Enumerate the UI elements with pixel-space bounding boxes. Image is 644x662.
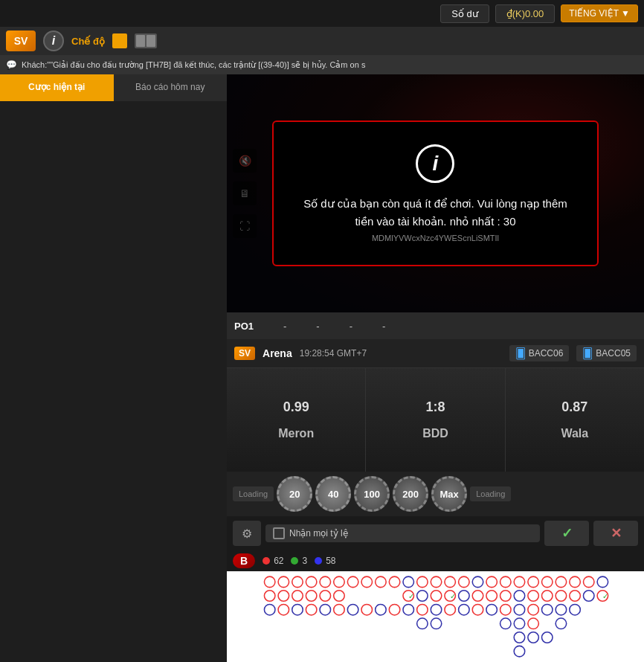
bacc05-badge[interactable]: 🂠 BACC05 bbox=[576, 345, 637, 361]
svg-point-23 bbox=[583, 576, 594, 588]
language-button[interactable]: TIẾNG VIỆT ▼ bbox=[561, 4, 638, 22]
score-header: B 62 3 58 bbox=[227, 550, 644, 571]
svg-point-38 bbox=[472, 591, 483, 602]
chip-100[interactable]: 100 bbox=[354, 476, 390, 512]
po-val-3: - bbox=[350, 321, 352, 332]
loading-badge-right: Loading bbox=[470, 486, 511, 501]
score-grid: .cr { fill: none; stroke: #e33; stroke-w… bbox=[227, 571, 644, 662]
modal-icon: i bbox=[416, 144, 454, 183]
svg-point-81 bbox=[514, 646, 525, 657]
svg-point-34 bbox=[431, 591, 442, 602]
svg-point-70 bbox=[556, 604, 567, 615]
chip-200[interactable]: 200 bbox=[393, 476, 428, 512]
svg-point-21 bbox=[556, 576, 567, 588]
bet-col-meron[interactable]: 0.99 Meron bbox=[227, 368, 366, 472]
svg-point-58 bbox=[389, 604, 400, 615]
svg-point-19 bbox=[528, 576, 539, 588]
svg-point-2 bbox=[292, 576, 303, 588]
loading-badge-left: Loading bbox=[233, 486, 274, 501]
bdd-name: BDD bbox=[422, 427, 448, 440]
svg-point-1 bbox=[278, 576, 289, 588]
tab-current-bets[interactable]: Cược hiện tại bbox=[0, 74, 114, 101]
arena-bar: SV Arena 19:28:54 GMT+7 🂠 BACC06 🂠 BACC0… bbox=[227, 339, 644, 367]
score-stat-blue: 58 bbox=[315, 556, 335, 566]
balance-button[interactable]: Số dư bbox=[440, 4, 489, 23]
svg-point-52 bbox=[306, 604, 317, 615]
svg-point-6 bbox=[347, 576, 358, 588]
mode-double-button[interactable] bbox=[135, 33, 157, 48]
dot-blue bbox=[315, 557, 322, 565]
svg-point-75 bbox=[514, 618, 525, 629]
bacc05-label: BACC05 bbox=[596, 348, 631, 359]
balance-amount: ₫(K)0.00 bbox=[495, 4, 556, 23]
svg-point-44 bbox=[556, 591, 567, 602]
svg-point-26 bbox=[278, 591, 289, 602]
svg-point-8 bbox=[376, 576, 387, 588]
cancel-button[interactable]: ✕ bbox=[593, 521, 638, 546]
score-stat-green: 3 bbox=[291, 556, 307, 566]
arena-title: Arena bbox=[263, 347, 292, 359]
checkbox-area[interactable]: Nhận mọi tỷ lệ bbox=[265, 524, 540, 542]
svg-point-56 bbox=[361, 604, 373, 615]
svg-point-74 bbox=[500, 618, 512, 629]
arena-time: 19:28:54 GMT+7 bbox=[300, 348, 367, 359]
confirm-button[interactable]: ✓ bbox=[544, 521, 589, 546]
svg-point-54 bbox=[334, 604, 345, 615]
svg-point-66 bbox=[500, 604, 512, 615]
svg-point-20 bbox=[542, 576, 553, 588]
svg-point-53 bbox=[320, 604, 331, 615]
modal-line2: tiền vào tài khoản. nhỏ nhất : 30 bbox=[303, 213, 567, 231]
b-badge: B bbox=[233, 553, 255, 568]
dot-green bbox=[291, 557, 298, 565]
bacc06-label: BACC06 bbox=[529, 348, 564, 359]
svg-point-25 bbox=[264, 591, 275, 602]
bet-col-wala[interactable]: 0.87 Wala bbox=[506, 368, 644, 472]
svg-point-78 bbox=[514, 632, 525, 643]
meron-name: Meron bbox=[278, 427, 314, 440]
ticker-text: Khách:""Giải đấu cho đấu trường [TH7B] đ… bbox=[22, 60, 365, 70]
modal-overlay: i Số dư của bạn còn quá ít để chơi. Vui … bbox=[227, 74, 644, 312]
scoreboard: B 62 3 58 .cr { fil bbox=[227, 550, 644, 662]
svg-point-9 bbox=[389, 576, 400, 588]
checkbox-label: Nhận mọi tỷ lệ bbox=[289, 528, 348, 539]
svg-point-59 bbox=[403, 604, 414, 615]
chip-max[interactable]: Max bbox=[431, 476, 467, 512]
chip-40[interactable]: 40 bbox=[315, 476, 351, 512]
ticker-icon: 💬 bbox=[6, 60, 17, 70]
svg-point-41 bbox=[514, 591, 525, 602]
gear-button[interactable]: ⚙ bbox=[233, 521, 261, 546]
po-label: PO1 bbox=[234, 321, 254, 332]
svg-point-40 bbox=[500, 591, 512, 602]
header-bar: SV i Chế độ bbox=[0, 27, 644, 55]
chip-20[interactable]: 20 bbox=[277, 476, 312, 512]
svg-point-76 bbox=[528, 618, 539, 629]
svg-point-73 bbox=[431, 618, 442, 629]
po-row: PO1 - - - - bbox=[227, 312, 644, 339]
svg-point-42 bbox=[528, 591, 539, 602]
mode-square-button[interactable] bbox=[112, 33, 127, 48]
svg-point-43 bbox=[542, 591, 553, 602]
po-val-2: - bbox=[316, 321, 319, 332]
blue-count: 58 bbox=[326, 556, 335, 566]
tab-row: Cược hiện tại Báo cáo hôm nay bbox=[0, 74, 227, 101]
modal-box: i Số dư của bạn còn quá ít để chơi. Vui … bbox=[272, 120, 599, 266]
svg-point-18 bbox=[514, 576, 525, 588]
svg-point-72 bbox=[417, 618, 428, 629]
left-sidebar: Cược hiện tại Báo cáo hôm nay bbox=[0, 74, 227, 662]
main-layout: Cược hiện tại Báo cáo hôm nay 🔇 🖥 ⛶ i Số… bbox=[0, 74, 644, 662]
svg-point-30 bbox=[334, 591, 345, 602]
svg-point-0 bbox=[264, 576, 275, 588]
bacc06-badge[interactable]: 🂠 BACC06 bbox=[509, 345, 570, 361]
info-button[interactable]: i bbox=[43, 30, 64, 51]
tab-today-report[interactable]: Báo cáo hôm nay bbox=[114, 74, 228, 101]
svg-point-55 bbox=[347, 604, 358, 615]
card-icon-2: 🂠 bbox=[582, 347, 593, 359]
dot-red bbox=[263, 557, 270, 565]
right-content: 🔇 🖥 ⛶ i Số dư của bạn còn quá ít để chơi… bbox=[227, 74, 644, 662]
checkbox[interactable] bbox=[273, 527, 285, 539]
bet-col-bdd[interactable]: 1:8 BDD bbox=[366, 368, 505, 472]
score-svg: .cr { fill: none; stroke: #e33; stroke-w… bbox=[230, 574, 641, 659]
svg-point-24 bbox=[597, 576, 608, 588]
score-stat-red: 62 bbox=[263, 556, 283, 566]
svg-point-27 bbox=[292, 591, 303, 602]
